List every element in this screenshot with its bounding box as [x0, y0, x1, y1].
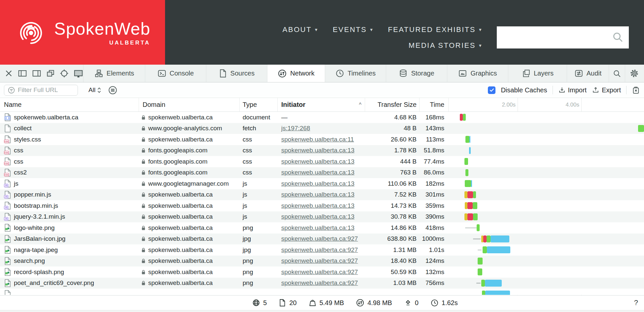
waterfall-cell: [448, 156, 644, 167]
initiator-link[interactable]: spokenweb.ualberta.ca:927: [281, 257, 358, 265]
resource-name: spokenweb.ualberta.ca: [14, 114, 78, 121]
help-button[interactable]: ?: [634, 298, 638, 307]
initiator-link[interactable]: js:197:268: [281, 125, 310, 132]
waterfall-segment-blue: [491, 235, 509, 242]
table-row[interactable]: nagra-tape.jpegspokenweb.ualberta.cajpgs…: [0, 244, 644, 256]
table-row[interactable]: csscss2fonts.googleapis.comcssspokenweb.…: [0, 167, 644, 178]
resource-name-cell[interactable]: JSpopper.min.js: [0, 189, 139, 201]
resource-name-cell[interactable]: search.png: [0, 256, 139, 267]
resource-name-cell[interactable]: csscss: [0, 145, 139, 156]
initiator-link[interactable]: spokenweb.ualberta.ca:13: [281, 147, 355, 154]
table-row[interactable]: JarsBalan-icon.jpgspokenweb.ualberta.caj…: [0, 234, 644, 245]
table-row[interactable]: JSjquery-3.2.1.min.jsspokenweb.ualberta.…: [0, 211, 644, 223]
nav-item-events[interactable]: EVENTS ▾: [333, 25, 373, 34]
site-logo[interactable]: SpokenWeb UALBERTA: [0, 0, 165, 65]
initiator-link[interactable]: spokenweb.ualberta.ca:13: [281, 213, 355, 220]
filter-url-input[interactable]: [18, 86, 67, 94]
tab-elements[interactable]: Elements: [84, 65, 145, 82]
resource-name-cell[interactable]: JSjs: [0, 178, 139, 189]
initiator-link[interactable]: spokenweb.ualberta.ca:13: [281, 224, 355, 232]
nav-item-media-stories[interactable]: MEDIA STORIES ▾: [409, 41, 482, 50]
resource-name-cell[interactable]: [0, 289, 139, 295]
table-row[interactable]: logo-white.pngspokenweb.ualberta.capngsp…: [0, 222, 644, 234]
initiator-link[interactable]: spokenweb.ualberta.ca:11: [281, 136, 354, 143]
resource-name-cell[interactable]: spokenweb.ualberta.ca: [0, 112, 139, 123]
nav-item-about[interactable]: ABOUT ▾: [283, 25, 318, 34]
detach-window-icon[interactable]: [46, 69, 55, 78]
resource-name-cell[interactable]: JarsBalan-icon.jpg: [0, 234, 139, 245]
initiator-link[interactable]: spokenweb.ualberta.ca:927: [281, 268, 358, 276]
export-button[interactable]: Export: [592, 86, 621, 94]
doc-file-icon: [4, 124, 11, 133]
img-file-icon: [4, 235, 11, 243]
type-cell: js: [239, 178, 277, 189]
initiator-link[interactable]: spokenweb.ualberta.ca:13: [281, 191, 355, 198]
import-button[interactable]: Import: [558, 86, 587, 94]
dock-right-icon[interactable]: [32, 69, 42, 78]
initiator-link[interactable]: spokenweb.ualberta.ca:13: [281, 169, 355, 176]
tab-sources[interactable]: Sources: [206, 65, 267, 82]
site-search-input[interactable]: [497, 26, 629, 48]
resource-name-cell[interactable]: JSbootstrap.min.js: [0, 200, 139, 211]
close-icon[interactable]: [4, 69, 13, 78]
disable-caches-checkbox[interactable]: [488, 86, 495, 94]
initiator-link[interactable]: spokenweb.ualberta.ca:13: [281, 202, 355, 209]
table-row[interactable]: collectwww.google-analytics.comfetchjs:1…: [0, 123, 644, 134]
column-header-name[interactable]: Name: [0, 98, 139, 111]
resource-name-cell[interactable]: logo-white.png: [0, 222, 139, 234]
devtools-search-button[interactable]: [609, 65, 625, 82]
tab-storage[interactable]: Storage: [386, 65, 447, 82]
resource-name-cell[interactable]: cssstyles.css: [0, 134, 139, 145]
table-row[interactable]: JSpopper.min.jsspokenweb.ualberta.cajssp…: [0, 189, 644, 201]
initiator-link[interactable]: spokenweb.ualberta.ca:927: [281, 279, 358, 287]
transfer-size-cell: [365, 289, 419, 295]
table-row[interactable]: poet_and_critic69_cover.pngspokenweb.ual…: [0, 278, 644, 289]
resource-name-cell[interactable]: collect: [0, 123, 139, 134]
column-header-domain[interactable]: Domain: [139, 98, 239, 111]
column-header-time[interactable]: Time: [419, 98, 448, 111]
initiator-cell: spokenweb.ualberta.ca:13: [277, 156, 365, 167]
table-row[interactable]: cssstyles.cssspokenweb.ualberta.cacssspo…: [0, 134, 644, 145]
tab-graphics[interactable]: Graphics: [447, 65, 508, 82]
table-row[interactable]: csscssfonts.googleapis.comcssspokenweb.u…: [0, 156, 644, 167]
resource-scope-select[interactable]: All: [88, 86, 101, 94]
column-header-initiator[interactable]: Initiator ^: [277, 98, 365, 111]
initiator-link[interactable]: spokenweb.ualberta.ca:927: [281, 235, 358, 242]
column-header-transfer-size[interactable]: Transfer Size: [365, 98, 419, 111]
search-icon[interactable]: [612, 31, 624, 44]
tab-console[interactable]: Console: [145, 65, 206, 82]
table-row[interactable]: csscssfonts.googleapis.comcssspokenweb.u…: [0, 145, 644, 156]
table-row[interactable]: search.pngspokenweb.ualberta.capngspoken…: [0, 256, 644, 267]
resource-name-cell[interactable]: csscss2: [0, 167, 139, 178]
tab-network[interactable]: Network: [267, 65, 325, 82]
type-cell: css: [239, 167, 277, 178]
tab-timelines[interactable]: Timelines: [325, 65, 386, 82]
table-row[interactable]: record-splash.pngspokenweb.ualberta.capn…: [0, 266, 644, 278]
tab-layers[interactable]: Layers: [508, 65, 567, 82]
sources-icon: [219, 69, 227, 78]
device-icon[interactable]: [73, 69, 84, 78]
element-picker-icon[interactable]: [59, 69, 69, 78]
tab-audit[interactable]: Audit: [567, 65, 609, 82]
resource-name-cell[interactable]: nagra-tape.jpeg: [0, 244, 139, 256]
resource-name-cell[interactable]: csscss: [0, 156, 139, 167]
column-header-type[interactable]: Type: [239, 98, 277, 111]
resource-name-cell[interactable]: poet_and_critic69_cover.png: [0, 278, 139, 289]
table-row[interactable]: JSbootstrap.min.jsspokenweb.ualberta.caj…: [0, 200, 644, 211]
table-row[interactable]: JSjswww.googletagmanager.comjsspokenweb.…: [0, 178, 644, 189]
table-row[interactable]: [0, 289, 644, 295]
waterfall-segment-blue: [487, 246, 510, 253]
nav-item-featured-exhibits[interactable]: FEATURED EXHIBITS ▾: [388, 25, 482, 34]
initiator-link[interactable]: spokenweb.ualberta.ca:13: [281, 180, 355, 187]
svg-text:JS: JS: [5, 196, 8, 198]
time-cell: 124ms: [419, 256, 448, 267]
resource-name-cell[interactable]: record-splash.png: [0, 266, 139, 278]
clear-network-icon[interactable]: [632, 86, 640, 94]
devtools-settings-button[interactable]: [625, 65, 643, 82]
initiator-link[interactable]: spokenweb.ualberta.ca:927: [281, 246, 358, 254]
initiator-link[interactable]: spokenweb.ualberta.ca:13: [281, 158, 355, 165]
table-row[interactable]: spokenweb.ualberta.caspokenweb.ualberta.…: [0, 112, 644, 123]
resource-name-cell[interactable]: JSjquery-3.2.1.min.js: [0, 211, 139, 223]
group-options-icon[interactable]: [108, 85, 118, 95]
dock-left-icon[interactable]: [17, 69, 27, 78]
